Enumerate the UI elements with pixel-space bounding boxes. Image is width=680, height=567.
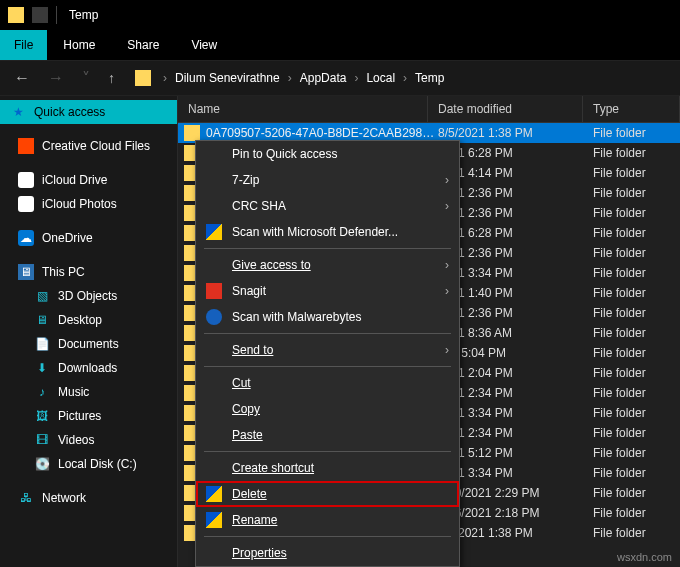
breadcrumb-item[interactable]: Temp: [413, 67, 446, 89]
separator: [204, 366, 451, 367]
chevron-right-icon: ›: [445, 284, 449, 298]
file-type: File folder: [593, 166, 680, 180]
sidebar-item-label: iCloud Drive: [42, 173, 107, 187]
chevron-right-icon: ›: [445, 258, 449, 272]
recent-dropdown[interactable]: ˅: [76, 65, 96, 92]
sidebar-item-label: 3D Objects: [58, 289, 117, 303]
pin-icon: [206, 146, 222, 162]
chevron-right-icon[interactable]: ›: [282, 71, 298, 85]
file-type: File folder: [593, 346, 680, 360]
ctx-label: Properties: [232, 546, 449, 560]
file-date: 2021 2:04 PM: [438, 366, 593, 380]
ctx-send-to[interactable]: Send to›: [196, 337, 459, 363]
file-type: File folder: [593, 366, 680, 380]
pictures-icon: 🖼: [34, 408, 50, 424]
chevron-right-icon[interactable]: ›: [348, 71, 364, 85]
pc-icon: 🖥: [18, 264, 34, 280]
ribbon-tabs: File Home Share View: [0, 30, 680, 60]
sidebar-item-creative-cloud[interactable]: Creative Cloud Files: [0, 134, 177, 158]
file-date: 2021 3:34 PM: [438, 266, 593, 280]
separator: [204, 451, 451, 452]
ctx-label: CRC SHA: [232, 199, 435, 213]
breadcrumb-item[interactable]: AppData: [298, 67, 349, 89]
sidebar-item-3d-objects[interactable]: ▧3D Objects: [0, 284, 177, 308]
blank-icon: [206, 460, 222, 476]
ctx-give-access[interactable]: Give access to›: [196, 252, 459, 278]
ctx-label: 7-Zip: [232, 173, 435, 187]
ctx-label: Delete: [232, 487, 449, 501]
file-date: 2021 4:14 PM: [438, 166, 593, 180]
sidebar-item-label: Creative Cloud Files: [42, 139, 150, 153]
ctx-defender[interactable]: Scan with Microsoft Defender...: [196, 219, 459, 245]
breadcrumb[interactable]: › Dilum Senevirathne › AppData › Local ›…: [135, 67, 672, 89]
column-headers: Name Date modified Type: [178, 96, 680, 123]
home-tab[interactable]: Home: [47, 30, 111, 60]
folder-icon: [8, 7, 24, 23]
sidebar-quick-access[interactable]: ★ Quick access: [0, 100, 177, 124]
ctx-label: Rename: [232, 513, 449, 527]
sidebar-item-this-pc[interactable]: 🖥This PC: [0, 260, 177, 284]
ctx-snagit[interactable]: Snagit›: [196, 278, 459, 304]
sidebar-item-downloads[interactable]: ⬇Downloads: [0, 356, 177, 380]
file-date: 2021 2:36 PM: [438, 186, 593, 200]
separator: [56, 6, 57, 24]
separator: [204, 333, 451, 334]
chevron-right-icon: ›: [445, 199, 449, 213]
ctx-label: Copy: [232, 402, 449, 416]
shield-icon: [206, 224, 222, 240]
up-button[interactable]: ↑: [102, 66, 121, 90]
ctx-pin[interactable]: Pin to Quick access: [196, 141, 459, 167]
file-date: 2021 6:28 PM: [438, 146, 593, 160]
breadcrumb-item[interactable]: Local: [364, 67, 397, 89]
ctx-paste[interactable]: Paste: [196, 422, 459, 448]
icloud-icon: ☁: [18, 172, 34, 188]
ctx-rename[interactable]: Rename: [196, 507, 459, 533]
view-tab[interactable]: View: [175, 30, 233, 60]
sidebar-item-label: OneDrive: [42, 231, 93, 245]
back-button[interactable]: ←: [8, 65, 36, 91]
sidebar-item-desktop[interactable]: 🖥Desktop: [0, 308, 177, 332]
file-date: 2021 1:40 PM: [438, 286, 593, 300]
separator: [204, 248, 451, 249]
sidebar-item-music[interactable]: ♪Music: [0, 380, 177, 404]
sidebar-item-local-disk[interactable]: 💽Local Disk (C:): [0, 452, 177, 476]
ctx-label: Scan with Malwarebytes: [232, 310, 449, 324]
column-name[interactable]: Name: [178, 96, 428, 122]
context-menu: Pin to Quick access 7-Zip› CRC SHA› Scan…: [195, 140, 460, 567]
ctx-properties[interactable]: Properties: [196, 540, 459, 566]
file-type: File folder: [593, 246, 680, 260]
file-date: 8/5/2021 1:38 PM: [438, 126, 593, 140]
file-date: 8/5/2021 1:38 PM: [438, 526, 593, 540]
column-type[interactable]: Type: [583, 96, 680, 122]
sidebar-item-network[interactable]: 🖧Network: [0, 486, 177, 510]
file-tab[interactable]: File: [0, 30, 47, 60]
share-tab[interactable]: Share: [111, 30, 175, 60]
creative-cloud-icon: [18, 138, 34, 154]
breadcrumb-item[interactable]: Dilum Senevirathne: [173, 67, 282, 89]
sidebar-item-icloud-photos[interactable]: ☁iCloud Photos: [0, 192, 177, 216]
ctx-create-shortcut[interactable]: Create shortcut: [196, 455, 459, 481]
forward-button[interactable]: →: [42, 65, 70, 91]
file-type: File folder: [593, 406, 680, 420]
sidebar-item-documents[interactable]: 📄Documents: [0, 332, 177, 356]
ctx-cut[interactable]: Cut: [196, 370, 459, 396]
file-type: File folder: [593, 126, 680, 140]
chevron-right-icon[interactable]: ›: [397, 71, 413, 85]
sidebar-item-pictures[interactable]: 🖼Pictures: [0, 404, 177, 428]
documents-icon: 📄: [34, 336, 50, 352]
chevron-right-icon[interactable]: ›: [157, 71, 173, 85]
ctx-7zip[interactable]: 7-Zip›: [196, 167, 459, 193]
file-date: 6/16/2021 2:18 PM: [438, 506, 593, 520]
ctx-copy[interactable]: Copy: [196, 396, 459, 422]
sidebar-item-onedrive[interactable]: ☁OneDrive: [0, 226, 177, 250]
blank-icon: [206, 172, 222, 188]
ctx-delete[interactable]: Delete: [196, 481, 459, 507]
sidebar-item-icloud-drive[interactable]: ☁iCloud Drive: [0, 168, 177, 192]
file-date: 2021 2:36 PM: [438, 246, 593, 260]
file-type: File folder: [593, 506, 680, 520]
ctx-malwarebytes[interactable]: Scan with Malwarebytes: [196, 304, 459, 330]
ctx-crc[interactable]: CRC SHA›: [196, 193, 459, 219]
column-date[interactable]: Date modified: [428, 96, 583, 122]
dropdown-icon[interactable]: [32, 7, 48, 23]
sidebar-item-videos[interactable]: 🎞Videos: [0, 428, 177, 452]
